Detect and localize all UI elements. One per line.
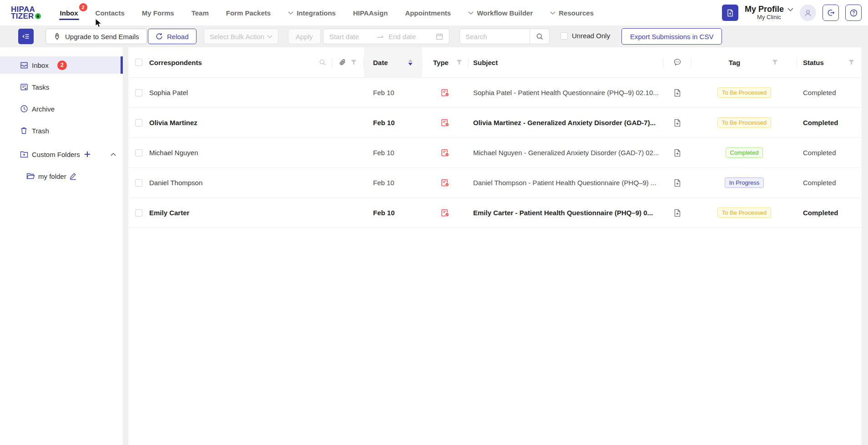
mail-icon	[20, 61, 28, 69]
nav-item-form-packets[interactable]: Form Packets	[226, 0, 271, 25]
column-date-sort[interactable]: Date	[364, 47, 422, 77]
rename-folder-button[interactable]	[69, 172, 77, 180]
row-checkbox[interactable]	[135, 149, 142, 157]
sidebar-item-my-folder[interactable]: my folder	[0, 167, 123, 185]
paperclip-icon[interactable]	[339, 59, 346, 66]
nav-item-workflow-builder[interactable]: Workflow Builder	[468, 0, 533, 25]
start-date-input[interactable]	[328, 32, 373, 41]
form-submission-icon	[441, 209, 449, 217]
logo-line2: TIZER	[11, 13, 34, 20]
folder-add-icon	[20, 151, 28, 158]
table-row[interactable]: Emily Carter Feb 10 Emily Carter - Patie…	[128, 198, 862, 228]
table-row[interactable]: Daniel Thompson Feb 10 Daniel Thompson -…	[128, 168, 862, 198]
file-add-icon[interactable]	[674, 119, 681, 127]
select-all-checkbox[interactable]	[135, 59, 142, 66]
export-csv-button[interactable]: Export Submissions in CSV	[621, 28, 722, 45]
sidebar-item-tasks[interactable]: Tasks	[0, 78, 123, 96]
row-subject: Emily Carter - Patient Health Questionna…	[469, 209, 663, 217]
row-date: Feb 10	[364, 179, 422, 187]
folder-open-icon	[26, 172, 35, 180]
add-folder-button[interactable]	[84, 151, 91, 157]
sidebar-item-inbox[interactable]: Inbox 2	[0, 56, 123, 74]
row-checkbox[interactable]	[135, 89, 142, 96]
logout-button[interactable]	[823, 5, 839, 21]
row-checkbox[interactable]	[135, 209, 142, 217]
nav-item-appointments[interactable]: Appointments Beta	[405, 0, 451, 25]
top-navbar: HIPAA TIZER Inbox 2 Contacts My Forms Te…	[0, 0, 868, 25]
hipaatizer-app: HIPAA TIZER Inbox 2 Contacts My Forms Te…	[0, 0, 868, 445]
inbox-unread-badge: 2	[79, 3, 87, 11]
nav-item-team[interactable]: Team	[192, 0, 209, 25]
toolbar: Upgrade to Send Emails Reload Select Bul…	[0, 25, 868, 47]
collapse-folders-button[interactable]	[111, 153, 116, 156]
avatar[interactable]	[800, 5, 816, 21]
caret-down-icon	[408, 63, 413, 66]
date-range-picker[interactable]	[323, 29, 449, 44]
column-correspondents: Correspondents	[149, 59, 202, 66]
nav-item-my-forms[interactable]: My Forms	[142, 0, 174, 25]
lock-icon	[35, 13, 41, 19]
arrow-right-icon	[377, 34, 384, 39]
unread-only-checkbox[interactable]	[560, 32, 568, 40]
tag-filter-icon[interactable]	[772, 60, 778, 65]
row-subject: Michael Nguyen - Generalized Anxiety Dis…	[469, 149, 663, 157]
column-tag: Tag	[729, 59, 741, 66]
row-checkbox[interactable]	[135, 119, 142, 126]
collapse-menu-icon	[22, 33, 30, 40]
unread-only-toggle[interactable]: Unread Only	[560, 32, 610, 40]
row-subject: Daniel Thompson - Patient Health Questio…	[469, 179, 663, 187]
nav-item-integrations[interactable]: Integrations	[288, 0, 336, 25]
calendar-icon	[436, 33, 443, 40]
table-row[interactable]: Sophia Patel Feb 10 Sophia Patel - Patie…	[128, 78, 862, 108]
folders-sidebar: Inbox 2 Tasks Archive Trash Custom Folde…	[0, 47, 123, 445]
end-date-input[interactable]	[388, 32, 432, 41]
file-add-icon[interactable]	[674, 179, 681, 187]
tag-badge: To Be Processed	[717, 207, 771, 218]
search-icon	[536, 33, 543, 40]
profile-menu[interactable]: My Profile My Clinic	[745, 5, 793, 21]
row-date: Feb 10	[364, 149, 422, 157]
table-header: Correspondents Date Type Subject	[128, 47, 862, 78]
tag-badge: To Be Processed	[717, 117, 771, 128]
nav-item-resources[interactable]: Resources	[550, 0, 594, 25]
sidebar-item-archive[interactable]: Archive	[0, 100, 123, 117]
table-row[interactable]: Olivia Martinez Feb 10 Olivia Martinez -…	[128, 108, 862, 138]
status-filter-icon[interactable]	[848, 60, 854, 65]
sort-carets	[408, 59, 413, 66]
sidebar-custom-folders[interactable]: Custom Folders	[0, 146, 123, 163]
person-icon	[804, 9, 812, 17]
bulk-action-select[interactable]: Select Bulk Action	[204, 29, 278, 44]
form-submission-icon	[441, 119, 449, 127]
help-button[interactable]	[845, 5, 862, 21]
caret-up-icon	[408, 59, 413, 62]
apply-button[interactable]: Apply	[288, 29, 321, 44]
nav-item-hipaasign[interactable]: HIPAAsign	[353, 0, 388, 25]
comment-icon	[674, 59, 681, 66]
search-input[interactable]	[460, 33, 530, 40]
main-nav: Inbox 2 Contacts My Forms Team Form Pack…	[60, 0, 594, 25]
hipaatizer-logo[interactable]: HIPAA TIZER	[11, 6, 41, 20]
reload-button[interactable]: Reload	[148, 29, 197, 44]
sidebar-toggle-button[interactable]	[18, 29, 34, 44]
type-filter-icon[interactable]	[456, 60, 462, 65]
attachment-filter-icon[interactable]	[351, 60, 357, 65]
nav-item-inbox[interactable]: Inbox 2	[60, 0, 78, 25]
correspondent-search-icon[interactable]	[319, 59, 326, 66]
row-checkbox[interactable]	[135, 179, 142, 187]
search-submit-button[interactable]	[530, 29, 549, 44]
chevron-down-icon	[288, 11, 293, 15]
table-row[interactable]: Michael Nguyen Feb 10 Michael Nguyen - G…	[128, 138, 862, 168]
active-tab-underline	[59, 19, 79, 20]
row-status: Completed	[797, 149, 862, 157]
new-form-button[interactable]	[722, 5, 738, 21]
file-add-icon[interactable]	[674, 209, 681, 217]
document-plus-icon	[727, 9, 734, 17]
file-add-icon[interactable]	[674, 149, 681, 157]
row-status: Completed	[797, 89, 862, 96]
upgrade-to-send-emails-button[interactable]: Upgrade to Send Emails	[45, 29, 147, 44]
form-submission-icon	[441, 89, 449, 97]
column-subject: Subject	[473, 59, 498, 66]
nav-item-contacts[interactable]: Contacts	[96, 0, 125, 25]
file-add-icon[interactable]	[674, 89, 681, 97]
sidebar-item-trash[interactable]: Trash	[0, 122, 123, 139]
